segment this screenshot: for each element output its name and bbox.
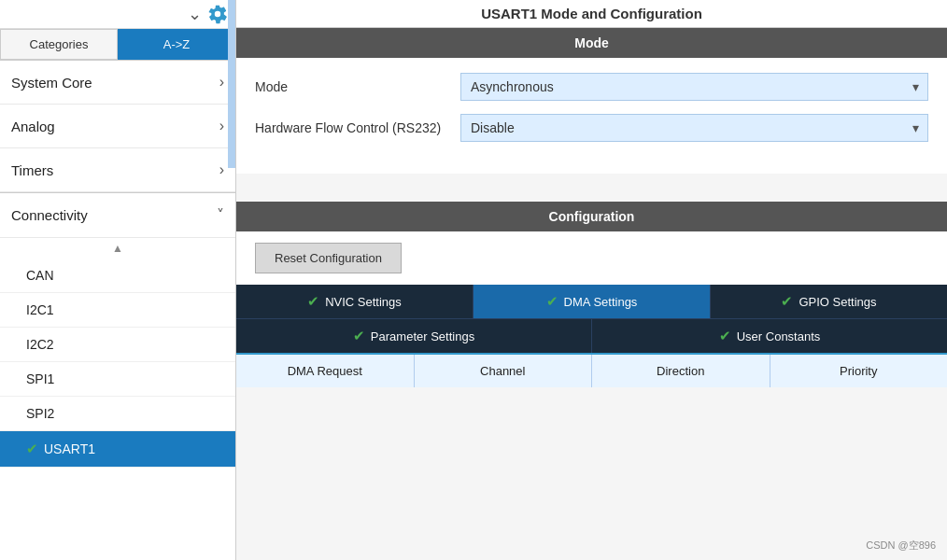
check-icon: ✔ bbox=[307, 293, 319, 310]
config-tabs-row2: ✔ Parameter Settings ✔ User Constants bbox=[236, 318, 947, 353]
sub-item-i2c2[interactable]: I2C2 bbox=[0, 328, 235, 362]
hw-flow-label: Hardware Flow Control (RS232) bbox=[255, 120, 460, 135]
dma-table-header: DMA Request Channel Direction Priority bbox=[236, 353, 947, 387]
sub-items-connectivity: CAN I2C1 I2C2 SPI1 SPI2 ✔ USART1 bbox=[0, 259, 235, 468]
dma-col-direction: Direction bbox=[592, 355, 770, 387]
sub-item-label: USART1 bbox=[44, 441, 95, 456]
sub-item-i2c1[interactable]: I2C1 bbox=[0, 293, 235, 328]
config-btn-row: Reset Configuration bbox=[236, 231, 947, 285]
check-icon: ✔ bbox=[26, 441, 38, 457]
triangle-up-icon: ▲ bbox=[112, 242, 123, 255]
sidebar-item-label: Timers bbox=[11, 162, 53, 178]
sub-item-usart1[interactable]: ✔ USART1 bbox=[0, 431, 235, 468]
watermark: CSDN @空896 bbox=[866, 539, 936, 553]
check-icon: ✔ bbox=[719, 328, 731, 344]
config-section-header: Configuration bbox=[236, 202, 947, 231]
sub-item-spi1[interactable]: SPI1 bbox=[0, 362, 235, 397]
tab-dma-settings[interactable]: ✔ DMA Settings bbox=[474, 285, 711, 318]
sidebar-item-label: System Core bbox=[11, 75, 92, 91]
tab-az[interactable]: A->Z bbox=[118, 29, 235, 60]
sidebar-item-timers[interactable]: Timers › bbox=[0, 148, 235, 192]
dma-col-channel: Channel bbox=[415, 355, 593, 387]
dma-col-priority: Priority bbox=[770, 355, 948, 387]
chevron-right-icon: › bbox=[219, 161, 224, 178]
sub-item-label: SPI1 bbox=[26, 371, 54, 386]
chevron-right-icon: › bbox=[219, 74, 224, 91]
chevron-right-icon: › bbox=[219, 118, 224, 134]
sidebar-item-analog[interactable]: Analog › bbox=[0, 105, 235, 148]
dma-col-request: DMA Request bbox=[236, 355, 415, 387]
mode-section: Mode Asynchronous Synchronous Single Wir… bbox=[236, 58, 947, 174]
mode-label: Mode bbox=[255, 79, 460, 94]
chevron-down-icon: ˅ bbox=[217, 206, 224, 224]
hw-flow-select[interactable]: Disable CTS Only RTS Only CTS/RTS bbox=[460, 114, 928, 142]
sidebar-nav: System Core › Analog › Timers › Connecti… bbox=[0, 61, 235, 560]
sidebar-item-label: Connectivity bbox=[11, 207, 88, 223]
tab-gpio-settings[interactable]: ✔ GPIO Settings bbox=[711, 285, 947, 318]
reset-config-button[interactable]: Reset Configuration bbox=[255, 243, 402, 273]
sidebar-top-bar: ⌄ bbox=[0, 0, 235, 29]
sidebar-item-system-core[interactable]: System Core › bbox=[0, 61, 235, 105]
tab-label: User Constants bbox=[737, 329, 821, 343]
sub-item-can[interactable]: CAN bbox=[0, 259, 235, 293]
gear-icon[interactable] bbox=[207, 4, 228, 24]
tab-parameter-settings[interactable]: ✔ Parameter Settings bbox=[236, 319, 592, 353]
mode-form-row: Mode Asynchronous Synchronous Single Wir… bbox=[255, 73, 928, 101]
check-icon: ✔ bbox=[781, 293, 793, 310]
sub-item-label: CAN bbox=[26, 268, 54, 283]
hw-flow-select-wrapper: Disable CTS Only RTS Only CTS/RTS bbox=[460, 114, 928, 142]
tab-label: Parameter Settings bbox=[371, 329, 474, 343]
tab-user-constants[interactable]: ✔ User Constants bbox=[592, 319, 947, 353]
sub-item-label: I2C1 bbox=[26, 302, 54, 317]
mode-select-wrapper: Asynchronous Synchronous Single Wire (Ha… bbox=[460, 73, 928, 101]
chevron-down-icon[interactable]: ⌄ bbox=[188, 4, 202, 24]
tab-label: DMA Settings bbox=[564, 295, 638, 309]
sub-item-spi2[interactable]: SPI2 bbox=[0, 397, 235, 431]
sidebar-tabs: Categories A->Z bbox=[0, 29, 235, 61]
check-icon: ✔ bbox=[546, 293, 558, 310]
mode-section-header: Mode bbox=[236, 28, 947, 58]
sub-item-label: I2C2 bbox=[26, 337, 54, 352]
sidebar-scrollbar[interactable] bbox=[228, 0, 235, 168]
mode-select[interactable]: Asynchronous Synchronous Single Wire (Ha… bbox=[460, 73, 928, 101]
tab-label: GPIO Settings bbox=[799, 295, 876, 309]
sidebar-item-label: Analog bbox=[11, 119, 55, 134]
tab-label: NVIC Settings bbox=[325, 295, 402, 309]
main-content: USART1 Mode and Configuration Mode Mode … bbox=[236, 0, 947, 560]
config-tabs-row1: ✔ NVIC Settings ✔ DMA Settings ✔ GPIO Se… bbox=[236, 285, 947, 318]
check-icon: ✔ bbox=[353, 328, 365, 344]
sidebar-item-connectivity[interactable]: Connectivity ˅ bbox=[0, 193, 235, 238]
tab-nvic-settings[interactable]: ✔ NVIC Settings bbox=[236, 285, 474, 318]
hw-flow-form-row: Hardware Flow Control (RS232) Disable CT… bbox=[255, 114, 928, 142]
page-title: USART1 Mode and Configuration bbox=[236, 0, 947, 28]
scroll-up-indicator: ▲ bbox=[0, 238, 235, 259]
sub-item-label: SPI2 bbox=[26, 406, 54, 421]
tab-categories[interactable]: Categories bbox=[0, 29, 118, 60]
